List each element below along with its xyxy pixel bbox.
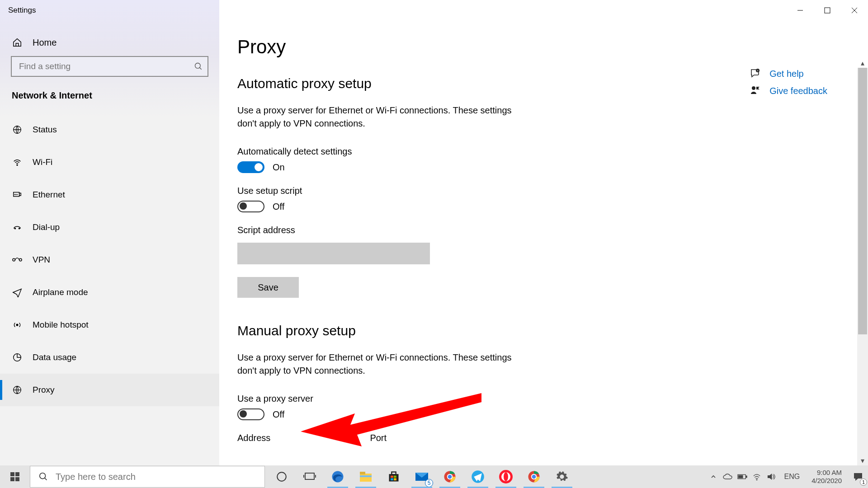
window-title: Settings: [8, 6, 36, 15]
taskbar-app-chrome[interactable]: [436, 465, 464, 488]
hotspot-icon: [12, 319, 23, 330]
notif-badge: 1: [860, 479, 867, 486]
ethernet-icon: [12, 189, 23, 200]
taskbar-app-mail[interactable]: 5: [408, 465, 436, 488]
sidebar-item-label: Mobile hotspot: [33, 320, 89, 330]
window-controls: [787, 0, 868, 21]
tray-language[interactable]: ENG: [781, 473, 804, 481]
taskbar-app-edge[interactable]: [324, 465, 352, 488]
taskbar-app-telegram[interactable]: [464, 465, 492, 488]
tray-clock[interactable]: 9:00 AM 4/20/2020: [808, 469, 845, 485]
tray-onedrive-icon[interactable]: [723, 472, 733, 482]
tray-action-center[interactable]: 1: [850, 469, 866, 485]
taskbar-cortana[interactable]: [268, 465, 296, 488]
svg-rect-1: [825, 8, 830, 13]
sidebar-item-dialup[interactable]: Dial-up: [0, 211, 219, 244]
tray-battery-icon[interactable]: [737, 472, 747, 482]
search-field[interactable]: [19, 61, 194, 71]
taskbar-app-chrome2[interactable]: [520, 465, 548, 488]
give-feedback-link[interactable]: Give feedback: [750, 85, 827, 97]
sidebar-item-status[interactable]: Status: [0, 113, 219, 146]
sidebar-item-airplane[interactable]: Airplane mode: [0, 276, 219, 309]
svg-point-31: [277, 472, 286, 481]
port-label: Port: [370, 433, 387, 443]
taskbar-taskview[interactable]: [296, 465, 324, 488]
auto-detect-toggle[interactable]: [237, 161, 264, 173]
wifi-icon: [12, 157, 23, 168]
tray-time: 9:00 AM: [811, 469, 842, 477]
svg-rect-44: [394, 479, 396, 481]
dialup-icon: [12, 222, 23, 233]
tray-wifi-icon[interactable]: [752, 472, 762, 482]
save-button[interactable]: Save: [237, 277, 299, 298]
svg-point-14: [19, 228, 19, 229]
svg-rect-59: [738, 475, 742, 478]
globe-icon: [12, 124, 23, 135]
auto-detect-state: On: [273, 162, 285, 173]
sidebar-item-label: Airplane mode: [33, 287, 88, 297]
script-address-label: Script address: [237, 225, 850, 235]
use-proxy-toggle[interactable]: [237, 408, 264, 420]
sidebar-item-proxy[interactable]: Proxy: [0, 374, 219, 406]
search-icon: [38, 472, 48, 482]
sidebar-item-label: Proxy: [33, 385, 55, 395]
search-icon: [194, 62, 203, 71]
sidebar-item-wifi[interactable]: Wi-Fi: [0, 146, 219, 178]
svg-point-60: [756, 479, 757, 480]
sidebar-item-vpn[interactable]: VPN: [0, 244, 219, 276]
taskbar-app-store[interactable]: [380, 465, 408, 488]
section-manual-title: Manual proxy setup: [237, 323, 850, 338]
sidebar-item-ethernet[interactable]: Ethernet: [0, 178, 219, 211]
maximize-button[interactable]: [814, 0, 841, 21]
start-button[interactable]: [0, 465, 30, 488]
tray-volume-icon[interactable]: [766, 472, 776, 482]
svg-point-13: [14, 228, 15, 229]
sidebar-home[interactable]: Home: [0, 33, 219, 56]
scrollbar-thumb[interactable]: [858, 68, 867, 334]
taskbar-app-explorer[interactable]: [352, 465, 380, 488]
data-usage-icon: [12, 352, 23, 363]
sidebar-item-hotspot[interactable]: Mobile hotspot: [0, 309, 219, 341]
taskbar-app-opera[interactable]: [492, 465, 520, 488]
use-proxy-state: Off: [273, 409, 284, 420]
script-address-input[interactable]: [237, 243, 430, 264]
sidebar-item-label: VPN: [33, 255, 50, 265]
svg-rect-43: [391, 479, 393, 481]
help-icon: ?: [750, 68, 761, 80]
svg-point-4: [195, 63, 201, 69]
svg-rect-37: [360, 472, 365, 474]
svg-point-16: [19, 258, 22, 261]
tray-overflow-icon[interactable]: [708, 472, 718, 482]
give-feedback-text[interactable]: Give feedback: [769, 86, 827, 96]
svg-rect-40: [392, 472, 396, 475]
close-button[interactable]: [841, 0, 868, 21]
scrollbar-down-button[interactable]: ▾: [857, 455, 868, 465]
sidebar-home-label: Home: [33, 38, 57, 48]
get-help-text[interactable]: Get help: [769, 69, 804, 79]
scrollbar-up-button[interactable]: ▴: [857, 58, 868, 68]
sidebar-item-label: Wi-Fi: [33, 157, 52, 167]
svg-rect-38: [360, 475, 372, 477]
titlebar: Settings: [0, 0, 868, 21]
auto-detect-label: Automatically detect settings: [237, 146, 850, 157]
minimize-button[interactable]: [787, 0, 814, 21]
search-input[interactable]: [11, 56, 208, 77]
taskbar-app-settings[interactable]: [548, 465, 576, 488]
taskbar-search-input[interactable]: [56, 472, 256, 482]
sidebar-item-datausage[interactable]: Data usage: [0, 341, 219, 374]
address-label: Address: [237, 433, 270, 443]
auto-description: Use a proxy server for Ethernet or Wi-Fi…: [237, 104, 527, 130]
use-proxy-label: Use a proxy server: [237, 394, 850, 404]
get-help-link[interactable]: ? Get help: [750, 68, 827, 80]
proxy-icon: [12, 385, 23, 395]
main-pane: Proxy Automatic proxy setup Use a proxy …: [219, 0, 868, 465]
taskbar: 5 ENG 9:00 AM 4/20/2020 1: [0, 465, 868, 488]
home-icon: [12, 37, 23, 48]
setup-script-state: Off: [273, 202, 284, 212]
vpn-icon: [12, 254, 23, 265]
taskbar-search[interactable]: [30, 466, 265, 488]
svg-point-17: [16, 324, 18, 326]
svg-rect-26: [15, 472, 19, 476]
sidebar-item-label: Ethernet: [33, 190, 65, 200]
setup-script-toggle[interactable]: [237, 201, 264, 212]
